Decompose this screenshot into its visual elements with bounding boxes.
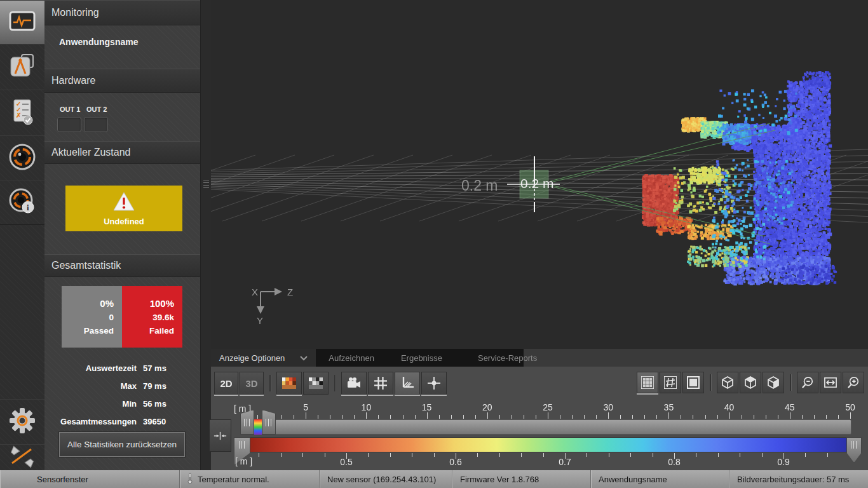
chevron-down-icon [300,353,308,363]
ruler-tick [572,415,573,419]
sensor-monitoring-window: ✓ ✓ ✗ [0,0,868,488]
ruler-tick [850,412,851,419]
ruler-tick [499,453,500,457]
application-name-label: Anwendungsname [59,37,138,47]
ruler-tick [390,453,391,457]
ruler-tick [778,415,778,419]
solid-view-button[interactable] [682,372,704,393]
zoom-out-button[interactable] [797,372,818,393]
navigation-icon-strip: ✓ ✓ ✗ [0,0,45,470]
ruler-tick [318,415,318,419]
toolbar-right [637,372,864,393]
view-2d-button[interactable]: 2D [214,372,238,395]
sidebar-item-configuration[interactable] [0,44,44,90]
ruler-tick [412,453,412,457]
ruler-tick-label: 40 [717,402,742,412]
crosshair [507,156,560,212]
ruler-tick [802,415,803,419]
out2-label: OUT 2 [86,105,107,113]
zoom-fit-button[interactable] [820,372,841,393]
viewport-overlay: 0.2 m 0.2 m X Z Y [211,0,868,349]
ruler-tick [259,453,259,457]
sidebar-item-disconnect[interactable] [0,444,44,471]
color-palette-icon [282,377,296,389]
gray-palette-button[interactable] [303,372,329,395]
cube-top-icon [744,376,757,390]
ruler-tick [656,415,657,419]
ruler-tick [587,453,587,457]
cube-side-icon [767,376,780,390]
sidebar-item-results-check[interactable]: ✓ ✓ ✗ [0,90,44,136]
cube-side-view-button[interactable] [763,372,784,393]
view-3d-button[interactable]: 3D [240,372,264,395]
monitor-pulse-icon [8,8,37,36]
collapse-range-button[interactable] [209,419,231,452]
selected-range-gradient [254,419,262,435]
zoom-in-button[interactable] [843,372,864,393]
toolbar-divider [790,374,791,391]
status-sensor-window: Sensorfenster [0,470,180,488]
out1-label: OUT 1 [60,105,80,113]
color-palette-button[interactable] [276,372,302,395]
tab-service-reports[interactable]: Service-Reports [478,349,537,367]
range-slider-handle-min[interactable] [240,410,254,435]
ruler-tick-label: 0.6 [443,457,468,467]
axis-z-label: Z [287,287,293,297]
ruler-tick [257,415,258,419]
axis-triad: X Z Y [252,287,293,326]
ruler-tick [740,453,740,457]
grid-toggle-button[interactable] [368,372,393,395]
status-bar: Sensorfenster Temperatur normal. New sen… [0,470,868,488]
ruler-tick [620,415,621,419]
ruler-tick [302,453,303,457]
tab-aufzeichnen[interactable]: Aufzeichnen [329,349,374,367]
ruler-tick-label: 0.7 [552,457,578,467]
ruler-tick [415,415,416,419]
status-text: Anwendungsname [599,475,667,484]
crosshair-toggle-button[interactable] [421,372,447,395]
ruler-tick [403,415,403,419]
perspective-view-button[interactable] [395,372,420,395]
reset-statistics-button[interactable]: Alle Statistiken zurücksetzen [59,432,185,457]
sidebar-item-monitoring[interactable] [0,0,44,44]
ruler-tick [294,415,294,419]
ruler-tick [838,415,839,419]
failed-label: Failed [149,326,174,336]
ruler-tick [766,415,766,419]
color-scale-handle-max[interactable] [846,437,862,463]
ruler-tick [827,453,828,457]
toolbar-left: 2D 3D [214,372,447,395]
cube-wireframe-button[interactable] [717,372,738,393]
ruler-tick [596,415,597,419]
out1-indicator [57,117,81,132]
ruler-tick [805,453,806,457]
ruler-tick [475,415,476,419]
pixel-grid-view-button[interactable] [637,372,658,393]
ruler-tick [427,412,428,419]
pixel-values-icon [664,376,677,389]
camera-button[interactable] [341,372,367,395]
ruler-tick [499,415,500,419]
ruler-tick [668,412,669,419]
pointcloud-3d-view[interactable]: 0.2 m 0.2 m X Z Y [211,0,868,349]
splitter-grip [203,180,209,189]
pixel-values-view-button[interactable] [660,372,681,393]
ruler-tick [560,415,560,419]
panel-splitter[interactable] [200,0,212,470]
tab-ergebnisse[interactable]: Ergebnisse [401,349,442,367]
ruler-tick [451,415,452,419]
range-slider-handle-max[interactable] [262,410,276,435]
axis-y-label: Y [257,315,263,326]
solid-square-icon [687,376,700,389]
ruler-tick-label: 15 [414,402,440,412]
ruler-tick [705,415,706,419]
ruler-tick [536,415,536,419]
tab-anzeige-optionen[interactable]: Anzeige Optionen [211,349,316,367]
perspective-icon [400,376,414,390]
sidebar-item-live-image[interactable] [0,135,44,180]
sidebar-item-settings[interactable] [0,399,44,445]
ruler-tick [524,415,524,419]
range-slider-track[interactable] [240,419,851,435]
cube-top-view-button[interactable] [740,372,761,393]
sidebar-item-image-info[interactable]: i [0,180,44,225]
